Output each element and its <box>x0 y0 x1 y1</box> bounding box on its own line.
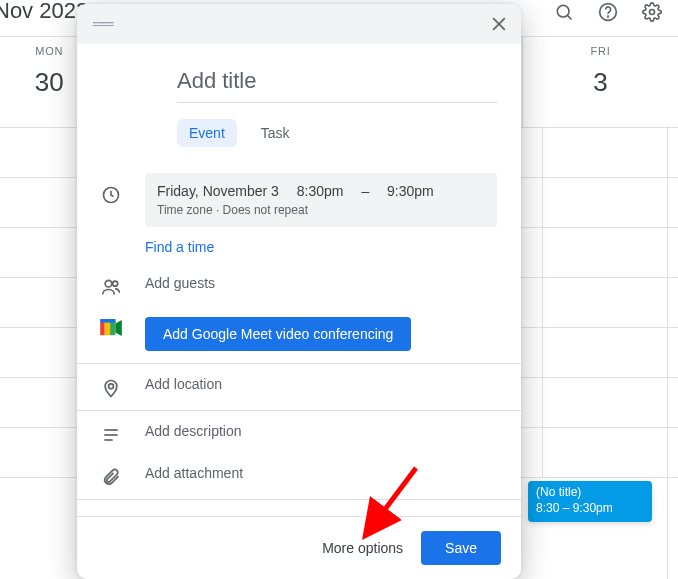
add-description[interactable]: Add description <box>145 423 497 439</box>
day-number: 3 <box>523 67 678 98</box>
svg-rect-14 <box>100 319 115 323</box>
svg-point-8 <box>105 280 112 287</box>
dialog-header: ══ <box>77 4 521 44</box>
more-options-button[interactable]: More options <box>322 540 403 556</box>
add-meet-button[interactable]: Add Google Meet video conferencing <box>145 317 411 351</box>
drag-handle-icon[interactable]: ══ <box>93 15 112 33</box>
attachment-icon <box>77 465 145 487</box>
guests-icon <box>77 275 145 297</box>
svg-point-9 <box>113 281 118 286</box>
add-location[interactable]: Add location <box>145 376 497 392</box>
tab-task[interactable]: Task <box>249 119 302 147</box>
clock-icon <box>77 173 145 205</box>
dialog-footer: More options Save <box>77 516 521 579</box>
add-attachment[interactable]: Add attachment <box>145 465 497 481</box>
save-button[interactable]: Save <box>421 531 501 565</box>
event-date: Friday, November 3 <box>157 183 279 199</box>
event-chip-time: 8:30 – 9:30pm <box>536 501 644 517</box>
weekday-label: FRI <box>523 45 678 57</box>
close-icon[interactable] <box>489 14 509 34</box>
svg-point-15 <box>109 384 114 389</box>
time-subtext: Time zone · Does not repeat <box>157 203 485 217</box>
weekday-cell-fri[interactable]: FRI 3 <box>523 37 678 127</box>
svg-rect-11 <box>105 321 110 335</box>
svg-rect-10 <box>100 321 105 335</box>
event-start: 8:30pm <box>297 183 344 199</box>
event-dash: – <box>361 183 369 199</box>
svg-point-4 <box>650 10 655 15</box>
settings-icon[interactable] <box>642 2 662 22</box>
add-guests[interactable]: Add guests <box>145 275 497 291</box>
description-icon <box>77 423 145 445</box>
dialog-scroll[interactable]: Event Task Friday, November 3 8:30pm – 9… <box>77 44 521 516</box>
event-end: 9:30pm <box>387 183 434 199</box>
meet-icon <box>77 317 145 337</box>
svg-line-1 <box>568 16 572 20</box>
svg-point-0 <box>557 5 569 17</box>
allday-divider <box>667 126 668 579</box>
event-chip[interactable]: (No title) 8:30 – 9:30pm <box>528 481 652 522</box>
month-label: Nov 2023 <box>0 0 88 24</box>
search-icon[interactable] <box>554 2 574 22</box>
find-time-link[interactable]: Find a time <box>145 239 497 255</box>
svg-point-3 <box>608 16 609 17</box>
time-block[interactable]: Friday, November 3 8:30pm – 9:30pm Time … <box>145 173 497 227</box>
svg-rect-12 <box>110 321 115 335</box>
event-chip-title: (No title) <box>536 485 644 501</box>
svg-marker-13 <box>116 320 122 336</box>
topbar <box>538 0 678 24</box>
tab-event[interactable]: Event <box>177 119 237 147</box>
help-icon[interactable] <box>598 2 618 22</box>
title-input[interactable] <box>177 64 497 103</box>
location-icon <box>77 376 145 398</box>
quick-create-dialog: ══ Event Task Friday, November 3 8:30pm <box>77 4 521 579</box>
